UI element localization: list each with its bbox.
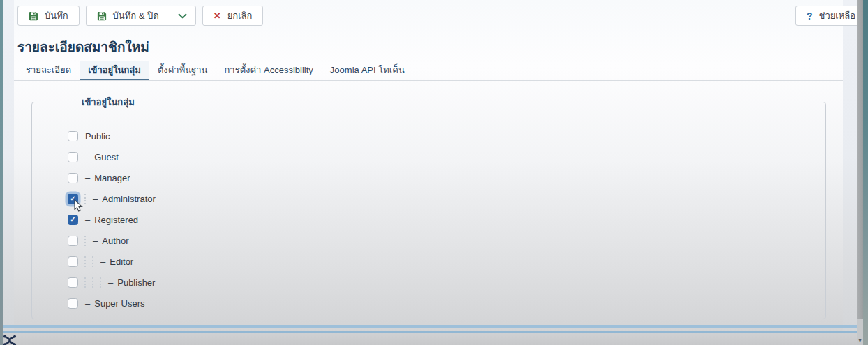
assigned-groups-panel: เข้าอยู่ในกลุ่ม Public – Guest – Manager… (31, 95, 826, 319)
check-icon: ✓ (70, 216, 75, 223)
group-label: – Author (93, 236, 129, 246)
save-button[interactable]: บันทึก (17, 6, 80, 26)
group-row: ✓ – Administrator (68, 193, 825, 204)
tab-label: เข้าอยู่ในกลุ่ม (88, 65, 141, 75)
group-checkbox[interactable] (68, 256, 78, 267)
tab[interactable]: การตั้งค่า Accessibility (216, 61, 321, 81)
save-close-button-label: บันทึก & ปิด (113, 8, 159, 23)
save-button-label: บันทึก (45, 8, 68, 23)
tab[interactable]: Joomla API โทเค็น (322, 61, 413, 81)
group-label: – Publisher (108, 277, 155, 288)
group-checkbox[interactable] (68, 152, 78, 162)
tab[interactable]: เข้าอยู่ในกลุ่ม (80, 61, 149, 81)
tab-bar-divider (14, 80, 843, 81)
group-depth-dash: – (85, 152, 90, 162)
group-name: Registered (94, 215, 138, 225)
group-name: Administrator (102, 194, 156, 204)
joomla-admin-page: บันทึก บันทึก & ปิด ✕ (0, 0, 868, 345)
group-label: – Super Users (85, 298, 144, 309)
assigned-groups-legend: เข้าอยู่ในกลุ่ม (75, 95, 142, 109)
group-name: Guest (94, 152, 119, 162)
tab-label: การตั้งค่า Accessibility (224, 65, 313, 75)
tab-label: Joomla API โทเค็น (330, 65, 405, 75)
group-checkbox[interactable] (68, 298, 78, 309)
group-checkbox[interactable] (68, 131, 78, 141)
tab[interactable]: ตั้งค่าพื้นฐาน (149, 61, 216, 81)
indent-guide (84, 256, 86, 267)
group-depth-dash: – (100, 256, 105, 267)
cancel-button[interactable]: ✕ ยกเลิก (202, 6, 264, 26)
help-button[interactable]: ? ช่วยเหลือ (795, 6, 867, 26)
group-label: – Registered (85, 215, 138, 225)
indent-guide (92, 256, 93, 267)
save-close-button[interactable]: บันทึก & ปิด (86, 6, 170, 26)
group-depth-dash: – (93, 236, 98, 246)
toolbar: บันทึก บันทึก & ปิด ✕ (17, 6, 263, 26)
group-checkbox[interactable] (68, 173, 78, 183)
tab-label: รายละเอียด (26, 65, 71, 75)
save-icon (97, 11, 107, 21)
group-row: – Super Users (68, 298, 825, 309)
group-depth-dash: – (108, 277, 113, 288)
indent-guide (84, 236, 86, 246)
group-row: – Publisher (68, 277, 825, 288)
indent-guide (84, 277, 86, 288)
save-close-button-group: บันทึก & ปิด (86, 6, 196, 26)
window-edge-right (863, 0, 868, 345)
group-row: – Guest (68, 151, 825, 162)
scrollbar-thumb[interactable] (857, 0, 863, 319)
save-options-dropdown-button[interactable] (170, 6, 196, 26)
group-depth-dash: – (85, 173, 90, 183)
group-checkbox[interactable] (68, 277, 78, 288)
x-mark-icon: ✕ (214, 10, 221, 21)
group-row: ✓ – Registered (68, 214, 825, 225)
group-label: – Administrator (93, 194, 156, 204)
group-row: – Author (68, 235, 825, 246)
group-checkbox[interactable]: ✓ (68, 215, 78, 225)
chevron-down-icon (178, 13, 187, 19)
indent-guide (84, 194, 86, 204)
group-depth-dash: – (85, 298, 90, 309)
page-title: รายละเอียดสมาชิกใหม่ (17, 36, 149, 57)
help-button-label: ช่วยเหลือ (819, 8, 856, 23)
save-icon (29, 11, 38, 21)
footer-rule-top (0, 325, 868, 328)
group-label: Public (85, 131, 110, 141)
indent-guide (100, 277, 101, 288)
footer-strip (0, 333, 868, 345)
window-edge-left (0, 0, 3, 345)
joomla-logo-icon (2, 335, 17, 345)
group-name: Editor (110, 256, 133, 267)
check-icon: ✓ (70, 195, 75, 202)
group-label: – Guest (85, 152, 119, 162)
group-name: Public (85, 131, 110, 141)
group-name: Manager (94, 173, 130, 183)
group-row: – Manager (68, 172, 825, 183)
tab-label: ตั้งค่าพื้นฐาน (158, 65, 208, 75)
group-row: Public (68, 130, 825, 141)
group-checkbox[interactable]: ✓ (68, 194, 78, 204)
group-label: – Editor (100, 256, 133, 267)
group-depth-dash: – (85, 215, 90, 225)
group-name: Author (102, 236, 128, 246)
cancel-button-label: ยกเลิก (227, 8, 253, 23)
group-name: Super Users (94, 298, 144, 309)
question-mark-icon: ? (807, 10, 813, 22)
tab[interactable]: รายละเอียด (17, 61, 80, 81)
group-checkbox[interactable] (68, 236, 78, 246)
group-depth-dash: – (93, 194, 98, 204)
group-name: Publisher (117, 277, 155, 288)
group-row: – Editor (68, 256, 825, 267)
group-checkbox-list: Public – Guest – Manager ✓ – Administrat… (68, 130, 825, 309)
tab-bar: รายละเอียด เข้าอยู่ในกลุ่ม ตั้งค่าพื้นฐา… (17, 61, 413, 81)
group-label: – Manager (85, 173, 130, 183)
indent-guide (92, 277, 93, 288)
